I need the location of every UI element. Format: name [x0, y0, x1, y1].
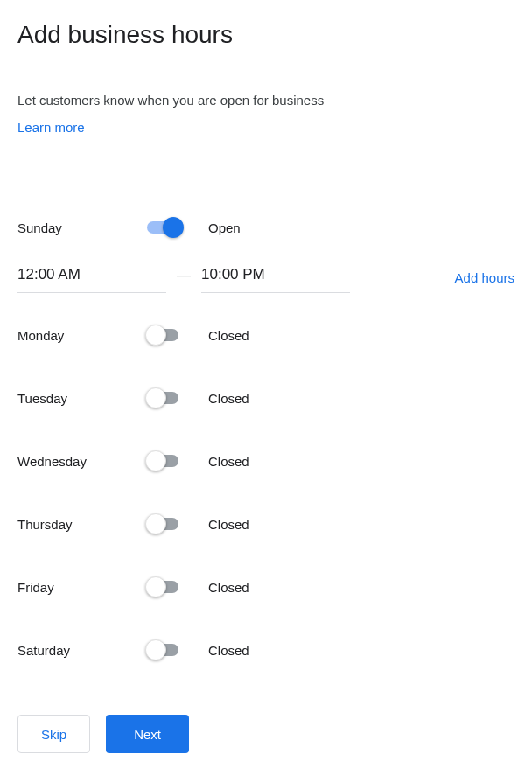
day-row-thursday: Thursday Closed — [18, 492, 514, 555]
status-wednesday: Closed — [208, 454, 249, 469]
day-label-wednesday: Wednesday — [18, 454, 147, 469]
close-time-input-sunday[interactable] — [201, 262, 350, 293]
status-tuesday: Closed — [208, 391, 249, 406]
status-monday: Closed — [208, 328, 249, 343]
skip-button[interactable]: Skip — [18, 715, 90, 753]
day-row-friday: Friday Closed — [18, 555, 514, 618]
day-label-thursday: Thursday — [18, 517, 147, 532]
subtitle-text: Let customers know when you are open for… — [18, 93, 514, 108]
add-hours-button[interactable]: Add hours — [455, 270, 514, 285]
page-title: Add business hours — [18, 21, 514, 49]
toggle-monday[interactable] — [147, 325, 184, 346]
toggle-saturday[interactable] — [147, 639, 184, 660]
day-row-wednesday: Wednesday Closed — [18, 429, 514, 492]
learn-more-link[interactable]: Learn more — [18, 120, 85, 135]
day-label-saturday: Saturday — [18, 643, 147, 658]
day-label-monday: Monday — [18, 328, 147, 343]
day-label-friday: Friday — [18, 580, 147, 595]
toggle-friday[interactable] — [147, 576, 184, 597]
day-row-monday: Monday Closed — [18, 304, 514, 367]
status-sunday: Open — [208, 220, 241, 235]
day-row-saturday: Saturday Closed — [18, 618, 514, 681]
toggle-tuesday[interactable] — [147, 387, 184, 408]
status-saturday: Closed — [208, 643, 249, 658]
day-label-tuesday: Tuesday — [18, 391, 147, 406]
status-friday: Closed — [208, 580, 249, 595]
toggle-thursday[interactable] — [147, 513, 184, 534]
open-time-input-sunday[interactable] — [18, 262, 166, 293]
toggle-wednesday[interactable] — [147, 450, 184, 471]
day-label-sunday: Sunday — [18, 220, 147, 235]
time-separator: — — [166, 268, 201, 289]
status-thursday: Closed — [208, 517, 249, 532]
day-row-tuesday: Tuesday Closed — [18, 367, 514, 429]
footer-actions: Skip Next — [18, 715, 514, 753]
next-button[interactable]: Next — [106, 715, 189, 753]
toggle-sunday[interactable] — [147, 217, 184, 238]
time-row-sunday: — Add hours — [18, 262, 514, 293]
day-row-sunday: Sunday Open — [18, 196, 514, 259]
